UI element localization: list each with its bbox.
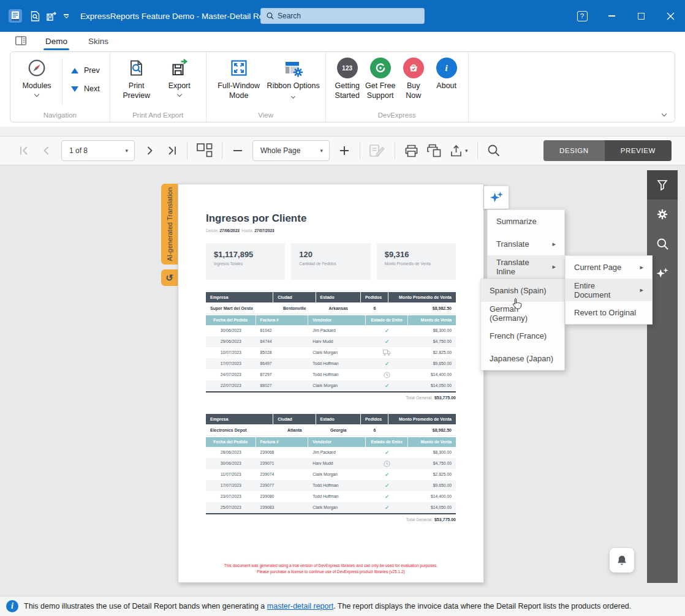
ribbon-group-print-export: Print Preview Export Print And Export bbox=[110, 52, 206, 122]
table-cell: 239071 bbox=[256, 458, 309, 469]
menu-item-scope[interactable]: Current Page▸ bbox=[566, 256, 652, 279]
minimize-button[interactable] bbox=[597, 0, 626, 32]
detail-row: 29/06/202384744Harv Mudd✓$4,750.00 bbox=[206, 336, 456, 347]
titlebar-search-input[interactable]: Search bbox=[260, 8, 425, 24]
menu-item-language[interactable]: Japanese (Japan) bbox=[481, 347, 564, 370]
menu-item-translate[interactable]: Translate▸ bbox=[488, 233, 564, 255]
menu-item-summarize[interactable]: Summarize bbox=[488, 210, 564, 233]
table-cell: Todd Hoffman bbox=[308, 358, 366, 369]
prev-button[interactable]: Prev bbox=[71, 66, 100, 75]
info-icon: i bbox=[436, 58, 457, 78]
table-cell: Monto Promedio de Venta bbox=[388, 414, 456, 424]
quick-print-button[interactable] bbox=[426, 144, 442, 157]
menu-item-language[interactable]: German (Germany) bbox=[481, 302, 564, 325]
table-cell: ✓ bbox=[366, 336, 408, 347]
table-cell: $14,050.00 bbox=[408, 502, 456, 513]
tab-demo[interactable]: Demo bbox=[44, 33, 69, 50]
ribbon-options-icon bbox=[284, 58, 303, 78]
table-cell: Monto de Venta bbox=[408, 437, 456, 447]
ai-translation-tab[interactable]: AI-generated Translation bbox=[161, 184, 178, 265]
table-cell: $4,750.00 bbox=[408, 336, 456, 347]
menu-item-language[interactable]: Spanish (Spain) bbox=[481, 279, 564, 302]
print-preview-button[interactable]: Print Preview bbox=[115, 54, 158, 101]
search-icon bbox=[267, 12, 274, 20]
print-button[interactable] bbox=[404, 145, 418, 157]
table-cell: 87297 bbox=[256, 369, 309, 380]
status-delivered-check-icon: ✓ bbox=[385, 471, 390, 478]
next-page-button[interactable] bbox=[143, 145, 156, 157]
menu-item-translate-inline[interactable]: Translate Inline▸ bbox=[488, 255, 564, 278]
full-window-mode-button[interactable]: Full-Window Mode bbox=[211, 54, 267, 101]
detail-row: 22/07/202388027Clark Morgan✓$14,050.00 bbox=[206, 380, 456, 391]
export-quick-icon[interactable] bbox=[46, 10, 57, 21]
undo-icon: ↺ bbox=[165, 272, 173, 284]
settings-panel-button[interactable] bbox=[647, 200, 678, 229]
filter-panel-button[interactable] bbox=[647, 170, 678, 200]
search-panel-button[interactable] bbox=[647, 229, 678, 258]
ribbon-display-options-icon[interactable] bbox=[15, 36, 26, 48]
buy-now-button[interactable]: Buy Now bbox=[397, 54, 430, 101]
table-cell: Electronics Depot bbox=[206, 424, 273, 435]
revert-translation-tab[interactable]: ↺ bbox=[161, 269, 178, 286]
print-preview-quick-icon[interactable] bbox=[29, 10, 40, 21]
full-window-mode-icon bbox=[230, 58, 248, 78]
page-selector-combo[interactable]: 1 of 8▾ bbox=[61, 140, 135, 161]
ribbon-collapse-chevron-icon[interactable] bbox=[662, 111, 667, 116]
ribbon-options-button[interactable]: Ribbon Options bbox=[267, 54, 320, 101]
table-cell: $9,650.00 bbox=[408, 358, 456, 369]
scope-submenu: Current Page▸Entire Document▸Revert to O… bbox=[565, 255, 653, 325]
menu-item-language[interactable]: French (France) bbox=[481, 325, 564, 347]
export-document-button[interactable]: ▾ bbox=[450, 145, 468, 157]
search-document-button[interactable] bbox=[487, 144, 501, 157]
chevron-down-icon bbox=[176, 92, 181, 97]
first-page-button[interactable] bbox=[18, 145, 31, 157]
table-cell: ✓ bbox=[366, 469, 408, 480]
getting-started-button[interactable]: 123 Getting Started bbox=[331, 54, 364, 101]
table-cell: 239080 bbox=[256, 491, 309, 502]
zoom-in-button[interactable] bbox=[338, 145, 350, 157]
status-delivered-check-icon: ✓ bbox=[385, 339, 390, 345]
notifications-button[interactable] bbox=[610, 548, 634, 573]
next-button[interactable]: Next bbox=[71, 85, 100, 93]
table-cell: 28/06/2023 bbox=[206, 447, 256, 458]
menu-item-scope[interactable]: Entire Document▸ bbox=[566, 279, 652, 301]
ribbon: Modules Prev Next Navigation Print Previ… bbox=[0, 51, 685, 127]
ai-assistant-button[interactable] bbox=[484, 186, 509, 209]
multipage-view-button[interactable] bbox=[197, 143, 213, 158]
export-icon bbox=[170, 58, 189, 78]
design-button[interactable]: DESIGN bbox=[543, 140, 605, 161]
ribbon-group-devexpress: 123 Getting Started Get Free Support Buy… bbox=[326, 52, 469, 122]
help-button[interactable]: ? bbox=[567, 0, 597, 32]
table-cell: Estado de Entre bbox=[366, 315, 408, 325]
status-delivered-check-icon: ✓ bbox=[385, 483, 390, 489]
status-delivered-check-icon: ✓ bbox=[385, 505, 390, 511]
table-cell: 239074 bbox=[256, 469, 309, 480]
table-cell: $4,750.00 bbox=[408, 458, 456, 469]
modules-button[interactable]: Modules bbox=[15, 54, 58, 96]
qat-customize-chevron-icon[interactable] bbox=[62, 12, 70, 20]
quick-access-toolbar bbox=[29, 10, 70, 21]
app-icon[interactable] bbox=[9, 9, 22, 23]
maximize-button[interactable] bbox=[626, 0, 656, 32]
about-button[interactable]: i About bbox=[430, 54, 463, 91]
table-cell: Factura # bbox=[256, 437, 309, 447]
close-button[interactable] bbox=[656, 0, 685, 32]
preview-button[interactable]: PREVIEW bbox=[605, 140, 672, 161]
export-button[interactable]: Export bbox=[158, 54, 201, 96]
table-cell: Atlanta bbox=[273, 424, 316, 435]
zoom-out-button[interactable] bbox=[232, 145, 244, 157]
zoom-level-combo[interactable]: Whole Page▾ bbox=[252, 140, 330, 161]
menu-item-scope[interactable]: Revert to Original bbox=[566, 301, 652, 324]
status-delivered-check-icon: ✓ bbox=[385, 361, 390, 367]
detail-header-row: Fecha del PedidoFactura #VendedorEstado … bbox=[206, 315, 456, 325]
tab-skins[interactable]: Skins bbox=[86, 33, 110, 50]
caret-down-icon: ▾ bbox=[320, 148, 323, 154]
previous-page-button[interactable] bbox=[40, 145, 53, 157]
table-cell: Bentonville bbox=[273, 302, 316, 314]
get-free-support-button[interactable]: Get Free Support bbox=[364, 54, 397, 101]
table-cell: Arkansas bbox=[316, 302, 361, 314]
edit-document-button-disabled[interactable] bbox=[369, 144, 385, 157]
detail-row: 23/07/2023239080Todd Hoffman✓$14,400.00 bbox=[206, 491, 456, 502]
last-page-button[interactable] bbox=[165, 145, 178, 157]
master-detail-report-link[interactable]: master-detail report bbox=[267, 602, 333, 610]
